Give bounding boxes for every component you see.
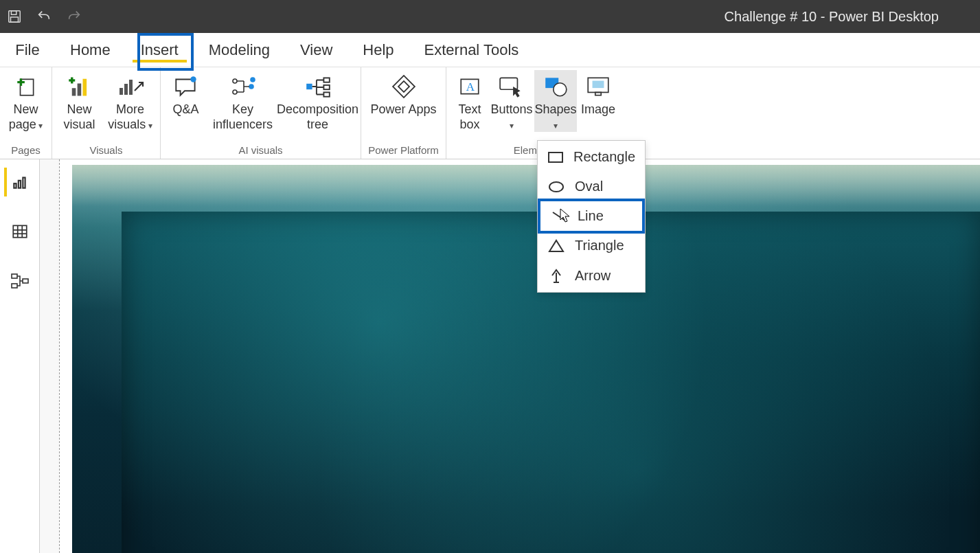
key-influencers-label: Key influencers xyxy=(212,102,274,132)
svg-line-46 xyxy=(553,212,565,221)
redo-icon[interactable] xyxy=(66,9,82,24)
svg-point-18 xyxy=(251,78,255,82)
shape-label: Rectangle xyxy=(573,149,635,165)
svg-point-45 xyxy=(549,182,563,192)
svg-rect-11 xyxy=(119,88,123,95)
data-view-icon[interactable] xyxy=(5,217,34,246)
qa-label: Q&A xyxy=(172,102,198,117)
svg-rect-21 xyxy=(323,85,329,89)
svg-text:A: A xyxy=(466,80,475,93)
window-title: Challenge # 10 - Power BI Desktop xyxy=(725,9,939,25)
ribbon: New page ▾ Pages New visual xyxy=(0,67,980,159)
svg-rect-36 xyxy=(13,225,27,237)
tab-insert[interactable]: Insert xyxy=(126,33,194,67)
group-ai-visuals: Q&A Key influencers xyxy=(161,67,361,159)
shape-option-arrow[interactable]: Arrow xyxy=(538,260,645,291)
buttons-button[interactable]: Buttons▾ xyxy=(489,70,534,132)
shape-label: Arrow xyxy=(575,268,611,284)
svg-rect-42 xyxy=(12,284,17,288)
shape-option-rectangle[interactable]: Rectangle xyxy=(538,142,645,172)
undo-icon[interactable] xyxy=(36,9,52,24)
svg-rect-41 xyxy=(12,274,17,278)
arrow-icon xyxy=(547,267,565,284)
group-power-platform: Power Apps Power Platform xyxy=(361,67,446,159)
group-label-pages: Pages xyxy=(11,144,41,157)
new-page-button[interactable]: New page ▾ xyxy=(5,70,47,132)
svg-rect-43 xyxy=(23,279,28,283)
group-pages: New page ▾ Pages xyxy=(0,67,52,159)
svg-rect-33 xyxy=(14,183,16,188)
shape-label: Line xyxy=(578,208,604,224)
tab-external-tools[interactable]: External Tools xyxy=(409,33,534,67)
svg-point-16 xyxy=(233,90,237,94)
shape-option-oval[interactable]: Oval xyxy=(538,172,645,201)
buttons-label: Buttons xyxy=(490,102,532,116)
svg-rect-22 xyxy=(323,92,329,96)
power-apps-label: Power Apps xyxy=(370,102,436,117)
tab-help[interactable]: Help xyxy=(347,33,409,67)
svg-rect-6 xyxy=(71,88,76,95)
svg-rect-7 xyxy=(77,84,81,96)
svg-rect-2 xyxy=(11,17,19,22)
svg-rect-24 xyxy=(398,81,409,92)
ribbon-tabs: File Home Insert Modeling View Help Exte… xyxy=(0,33,980,67)
new-visual-label: New visual xyxy=(58,102,101,132)
image-label: Image xyxy=(581,102,615,117)
page-background-image xyxy=(72,165,980,553)
shapes-button[interactable]: Shapes▾ xyxy=(534,70,577,132)
svg-point-17 xyxy=(249,84,253,89)
new-visual-button[interactable]: New visual xyxy=(56,70,104,132)
triangle-icon xyxy=(547,239,565,253)
decomposition-tree-label: Decomposition tree xyxy=(277,102,358,132)
more-visuals-label: More visuals xyxy=(108,102,146,131)
decomposition-tree-button[interactable]: Decomposition tree xyxy=(277,70,359,132)
report-view-icon[interactable] xyxy=(4,168,33,196)
shapes-dropdown: Rectangle Oval Line Triangle Arrow xyxy=(537,140,646,293)
shape-option-line[interactable]: Line xyxy=(538,199,645,234)
svg-rect-19 xyxy=(306,84,312,89)
new-page-label: New page xyxy=(9,102,38,131)
svg-rect-34 xyxy=(18,181,20,188)
svg-point-14 xyxy=(190,76,196,82)
svg-rect-23 xyxy=(393,76,415,98)
power-apps-button[interactable]: Power Apps xyxy=(365,70,442,117)
group-label-ai: AI visuals xyxy=(238,144,282,157)
svg-rect-31 xyxy=(593,81,604,89)
shape-option-triangle[interactable]: Triangle xyxy=(538,231,645,260)
svg-point-15 xyxy=(233,79,237,83)
svg-rect-44 xyxy=(549,153,562,162)
tab-home[interactable]: Home xyxy=(55,33,126,67)
shape-label: Oval xyxy=(575,179,603,194)
svg-point-29 xyxy=(554,83,567,96)
svg-rect-32 xyxy=(595,92,601,95)
qa-button[interactable]: Q&A xyxy=(163,70,209,117)
tab-modeling[interactable]: Modeling xyxy=(194,33,285,67)
tab-view[interactable]: View xyxy=(285,33,347,67)
report-canvas[interactable] xyxy=(40,159,980,553)
shape-label: Triangle xyxy=(575,238,624,253)
svg-rect-35 xyxy=(23,178,25,188)
group-label-platform: Power Platform xyxy=(368,144,439,157)
svg-rect-13 xyxy=(129,80,133,95)
oval-icon xyxy=(547,181,565,193)
rectangle-icon xyxy=(547,151,564,163)
shapes-label: Shapes xyxy=(534,102,576,116)
svg-rect-8 xyxy=(82,79,87,96)
key-influencers-button[interactable]: Key influencers xyxy=(209,70,277,132)
image-button[interactable]: Image xyxy=(577,70,619,117)
save-icon[interactable] xyxy=(7,9,22,24)
view-rail xyxy=(0,159,40,553)
titlebar: Challenge # 10 - Power BI Desktop xyxy=(0,0,980,33)
text-box-label: Text box xyxy=(453,102,486,132)
svg-rect-12 xyxy=(124,84,128,95)
group-label-visuals: Visuals xyxy=(89,144,122,157)
svg-rect-20 xyxy=(323,78,329,82)
more-visuals-button[interactable]: More visuals ▾ xyxy=(104,70,157,132)
line-icon xyxy=(550,210,568,223)
text-box-button[interactable]: A Text box xyxy=(451,70,489,132)
tab-file[interactable]: File xyxy=(0,33,55,67)
svg-rect-1 xyxy=(11,11,16,15)
group-visuals: New visual More visuals ▾ Visuals xyxy=(52,67,161,159)
model-view-icon[interactable] xyxy=(5,267,34,295)
